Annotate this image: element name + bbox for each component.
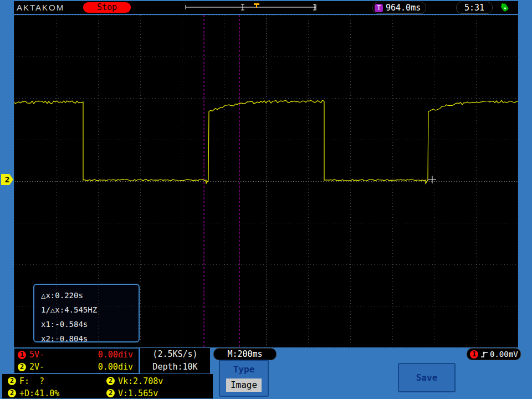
trigger-source-badge: 1 <box>470 350 478 359</box>
usb-device-icon <box>499 2 510 13</box>
measure-frequency-value: F: ? <box>19 376 44 386</box>
run-state-badge[interactable]: Stop <box>83 2 131 13</box>
record-depth-label: Depth:10K <box>140 361 210 374</box>
sample-rate-label: (2.5KS/s) <box>140 348 210 361</box>
measure-duty-value: +D:41.0% <box>19 388 59 398</box>
channel2-badge: 2 <box>18 363 26 371</box>
measure-vk: 2 Vk:2.708v <box>103 375 163 387</box>
measure-duty: 2 +D:41.0% <box>4 387 59 399</box>
channel2-badge: 2 <box>106 389 115 397</box>
channel1-settings-row: 1 5V- 0.00div <box>14 349 139 361</box>
cursor-delta-x: △x:0.220s <box>41 289 139 304</box>
clock: 5:31 <box>456 2 493 14</box>
channel1-badge: 1 <box>18 351 26 359</box>
trigger-info: 1 0.00mV <box>467 348 521 360</box>
trigger-time-badge: T 964.0ms <box>372 2 426 14</box>
cursor-measurement-panel: △x:0.220s 1/△x:4.545HZ x1:-0.584s x2:-0.… <box>33 284 140 342</box>
brand-logo: AKTAKOM <box>17 3 64 12</box>
channel2-badge: 2 <box>8 389 16 397</box>
trigger-time-icon: T <box>375 4 383 12</box>
channel2-badge: 2 <box>106 377 115 385</box>
measurements-panel: 2 F: ? 2 Vk:2.708v 2 +D:41.0% 2 V:1.565v <box>2 374 213 398</box>
measure-voltage: 2 V:1.565v <box>103 387 158 399</box>
rising-edge-icon <box>480 350 488 359</box>
cursor-frequency: 1/△x:4.545HZ <box>41 304 139 318</box>
save-button[interactable]: Save <box>398 363 456 392</box>
top-bar: AKTAKOM Stop T 964.0ms 5:31 <box>14 1 518 14</box>
channel2-offset: 0.00div <box>98 362 133 372</box>
cursor-x2-value: x2:-0.804s <box>41 332 139 347</box>
graticule-area: △x:0.220s 1/△x:4.545HZ x1:-0.584s x2:-0.… <box>14 15 518 347</box>
channel2-badge: 2 <box>8 377 16 385</box>
record-window-indicator <box>166 1 321 14</box>
channel1-scale: 5V- <box>29 350 44 360</box>
cursor-cross-marker <box>428 176 436 183</box>
channel2-position-marker[interactable]: 2 <box>1 174 13 185</box>
type-button-label: Type <box>220 364 268 375</box>
channel-settings-panel: 1 5V- 0.00div 2 2V- 0.00div <box>14 348 139 374</box>
channel2-scale: 2V- <box>29 362 44 372</box>
type-value-image[interactable]: Image <box>226 378 262 392</box>
trigger-time-value: 964.0ms <box>386 3 421 13</box>
acquisition-panel: (2.5KS/s) Depth:10K <box>140 348 210 374</box>
measure-frequency: 2 F: ? <box>4 375 44 387</box>
measure-voltage-value: V:1.565v <box>118 388 158 398</box>
measure-vk-value: Vk:2.708v <box>118 376 163 386</box>
cursor-x1-value: x1:-0.584s <box>41 318 139 332</box>
channel2-settings-row: 2 2V- 0.00div <box>14 361 139 373</box>
channel1-offset: 0.00div <box>98 350 133 360</box>
type-button[interactable]: Type Image <box>219 360 269 397</box>
trigger-level-value: 0.00mV <box>490 350 518 359</box>
timebase-label: M:200ms <box>213 348 277 360</box>
